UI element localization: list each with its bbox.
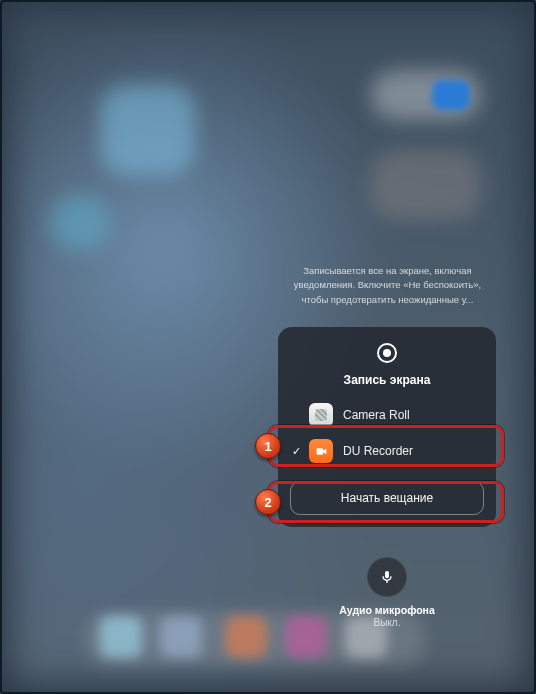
image-frame — [0, 0, 536, 694]
